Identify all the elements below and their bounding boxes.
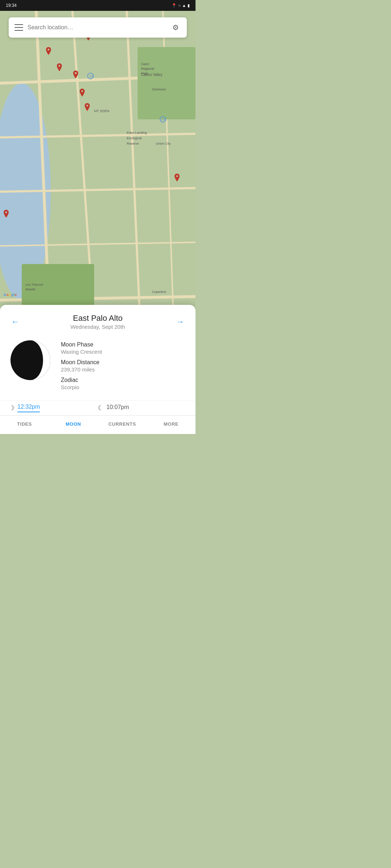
zodiac-value: Scorpio bbox=[61, 384, 187, 390]
search-input[interactable] bbox=[28, 24, 168, 31]
svg-text:Los Trancos: Los Trancos bbox=[25, 283, 43, 286]
status-icons: 📍 ○ ▲ ▮ bbox=[172, 3, 190, 8]
moonrise-item[interactable]: ☽ 12:32pm bbox=[9, 404, 98, 412]
svg-text:238: 238 bbox=[161, 118, 167, 122]
moon-phase-value: Waxing Crescent bbox=[61, 349, 187, 355]
moon-section: Moon Phase Waxing Crescent Moon Distance… bbox=[0, 333, 196, 397]
location-icon: 📍 bbox=[172, 3, 177, 8]
map-pin-8[interactable] bbox=[3, 210, 9, 218]
settings-button[interactable]: ⚙ bbox=[172, 23, 181, 32]
wifi-icon: ▲ bbox=[182, 3, 186, 8]
location-info: East Palo Alto Wednesday, Sept 20th bbox=[22, 314, 174, 330]
tab-bar: TIDES MOON CURRENTS MORE bbox=[0, 415, 196, 431]
search-bar: ⚙ bbox=[9, 17, 187, 38]
moonrise-icon: ☽ bbox=[9, 404, 14, 412]
moonrise-time: 12:32pm bbox=[17, 404, 40, 412]
tab-moon[interactable]: MOON bbox=[49, 418, 98, 430]
svg-text:Woods: Woods bbox=[25, 288, 35, 291]
svg-text:Park: Park bbox=[141, 72, 148, 75]
time-row: ☽ 12:32pm ☾ 10:07pm bbox=[0, 400, 196, 412]
bottom-card: ← East Palo Alto Wednesday, Sept 20th → … bbox=[0, 305, 196, 434]
svg-text:MT. EDEN: MT. EDEN bbox=[94, 109, 109, 113]
moon-distance-label: Moon Distance bbox=[61, 359, 187, 366]
moon-data: Moon Phase Waxing Crescent Moon Distance… bbox=[61, 339, 187, 395]
google-logo: G o o g l e bbox=[4, 293, 17, 297]
svg-text:Garin: Garin bbox=[141, 62, 149, 66]
dnd-icon: ○ bbox=[178, 3, 181, 8]
card-header: ← East Palo Alto Wednesday, Sept 20th → bbox=[0, 305, 196, 333]
location-date: Wednesday, Sept 20th bbox=[22, 324, 174, 330]
map-pin-6[interactable] bbox=[84, 103, 91, 111]
moon-illustration bbox=[9, 339, 52, 382]
tab-more[interactable]: MORE bbox=[147, 418, 196, 430]
map-pin-2[interactable] bbox=[45, 47, 52, 55]
map-pin-3[interactable] bbox=[56, 63, 63, 71]
moonset-item[interactable]: ☾ 10:07pm bbox=[98, 404, 187, 412]
moon-phase-label: Moon Phase bbox=[61, 341, 187, 348]
svg-rect-11 bbox=[138, 47, 196, 119]
svg-text:Reserve: Reserve bbox=[127, 142, 139, 145]
svg-text:Union City: Union City bbox=[156, 142, 171, 145]
battery-icon: ▮ bbox=[188, 3, 190, 8]
map-pin-4[interactable] bbox=[72, 71, 79, 78]
next-arrow[interactable]: → bbox=[174, 315, 187, 328]
map-pin-5[interactable] bbox=[79, 89, 85, 97]
svg-text:Sorenson: Sorenson bbox=[152, 88, 166, 91]
svg-text:92: 92 bbox=[89, 75, 93, 78]
svg-text:Eden Landing: Eden Landing bbox=[127, 131, 147, 135]
tab-tides[interactable]: TIDES bbox=[0, 418, 49, 430]
location-name: East Palo Alto bbox=[22, 314, 174, 323]
status-bar: 19:34 📍 ○ ▲ ▮ bbox=[0, 0, 196, 11]
moonset-icon: ☾ bbox=[98, 404, 104, 412]
menu-button[interactable] bbox=[14, 24, 23, 31]
svg-text:Ecological: Ecological bbox=[127, 136, 142, 140]
svg-text:Regional: Regional bbox=[141, 67, 154, 71]
prev-arrow[interactable]: ← bbox=[9, 315, 22, 328]
status-time: 19:34 bbox=[6, 3, 17, 8]
svg-text:Cupertino: Cupertino bbox=[152, 290, 166, 294]
zodiac-label: Zodiac bbox=[61, 377, 187, 383]
tab-currents[interactable]: CURRENTS bbox=[98, 418, 147, 430]
moon-distance-value: 239,370 miles bbox=[61, 366, 187, 373]
moonset-time: 10:07pm bbox=[106, 404, 129, 412]
map-pin-7[interactable] bbox=[174, 174, 180, 182]
